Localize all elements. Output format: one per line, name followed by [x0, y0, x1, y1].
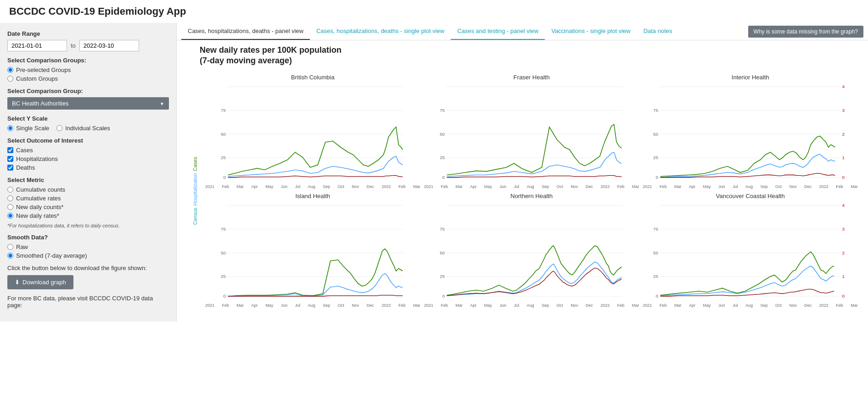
svg-text:50: 50: [221, 250, 226, 255]
hosp-outcome-label: Hospitalizations: [16, 155, 58, 162]
single-scale-option[interactable]: Single Scale: [7, 125, 49, 132]
date-to-input[interactable]: [79, 40, 139, 51]
svg-text:25: 25: [653, 274, 659, 279]
visit-section: For more BC data, please visit BCCDC COV…: [7, 295, 169, 309]
cases-axis-label: Cases: [193, 157, 198, 171]
fraser-x-labels: 2021FebMarAprMayJunJulAugSepOctNovDec202…: [423, 184, 640, 189]
hosp-outcome-option[interactable]: Hospitalizations: [7, 155, 169, 162]
tab-vaccinations[interactable]: Vaccinations - single plot view: [545, 23, 637, 40]
cum-counts-option[interactable]: Cumulative counts: [7, 186, 169, 193]
new-daily-counts-radio[interactable]: [7, 204, 13, 210]
chart-main-title: New daily rates per 100K population (7-d…: [186, 45, 859, 66]
visit-note: For more BC data, please visit BCCDC COV…: [7, 295, 169, 309]
tab-data-notes[interactable]: Data notes: [637, 23, 679, 40]
missing-data-button[interactable]: Why is some data missing from the graph?: [748, 26, 863, 38]
svg-text:4: 4: [842, 84, 845, 89]
svg-text:75: 75: [653, 108, 659, 113]
comparison-group-section: Select Comparison Group: BC Health Autho…: [7, 88, 169, 110]
coastal-chart-title: Vancouver Coastal Health: [642, 193, 859, 199]
svg-text:75: 75: [221, 108, 226, 113]
svg-text:1: 1: [842, 155, 845, 160]
northern-chart-panel: Northern Health 0 25 50 75: [423, 193, 640, 308]
northern-x-labels: 2021FebMarAprMayJunJulAugSepOctNovDec202…: [423, 303, 640, 308]
individual-scales-radio[interactable]: [56, 125, 62, 131]
sidebar: Date Range to Select Comparison Groups: …: [0, 23, 177, 321]
island-chart-title: Island Health: [204, 193, 421, 199]
outcome-section: Select Outcome of Interest Cases Hospita…: [7, 137, 169, 171]
date-range-label: Date Range: [7, 30, 169, 37]
smooth-section: Smooth Data? Raw Smoothed (7-day average…: [7, 234, 169, 259]
download-graph-button[interactable]: ⬇ Download graph: [7, 275, 73, 289]
svg-text:0: 0: [842, 175, 845, 180]
custom-groups-option[interactable]: Custom Groups: [7, 75, 169, 82]
individual-scales-option[interactable]: Individual Scales: [56, 125, 110, 132]
smooth-label: Smooth Data?: [7, 234, 169, 241]
tab-cases-panel[interactable]: Cases, hospitalizations, deaths - panel …: [181, 23, 310, 40]
left-axis-wrapper: Cases Hospitalization Census: [186, 74, 204, 308]
svg-text:25: 25: [221, 155, 226, 160]
smoothed-option[interactable]: Smoothed (7-day average): [7, 252, 169, 259]
northern-chart-title: Northern Health: [423, 193, 640, 199]
metric-section: Select Metric Cumulative counts Cumulati…: [7, 177, 169, 228]
deaths-outcome-option[interactable]: Deaths: [7, 164, 169, 171]
cum-counts-radio[interactable]: [7, 187, 13, 193]
new-daily-rates-label: New daily rates*: [16, 212, 59, 219]
chart-area: New daily rates per 100K population (7-d…: [177, 40, 868, 321]
tab-cases-single[interactable]: Cases, hospitalizations, deaths - single…: [310, 23, 451, 40]
main-layout: Date Range to Select Comparison Groups: …: [0, 23, 868, 321]
y-scale-radio-group: Single Scale Individual Scales: [7, 125, 169, 132]
island-x-labels: 2021FebMarAprMayJunJulAugSepOctNovDec202…: [204, 303, 421, 308]
svg-text:3: 3: [842, 108, 845, 113]
cum-rates-option[interactable]: Cumulative rates: [7, 195, 169, 202]
charts-with-axes: Cases Hospitalization Census British Col…: [186, 74, 859, 308]
cases-outcome-checkbox[interactable]: [7, 147, 13, 153]
single-scale-radio[interactable]: [7, 125, 13, 131]
outcome-label: Select Outcome of Interest: [7, 137, 169, 144]
svg-text:75: 75: [440, 108, 445, 113]
smoothed-radio[interactable]: [7, 253, 13, 259]
interior-x-labels: 2021FebMarAprMayJunJulAugSepOctNovDec202…: [642, 184, 859, 189]
comparison-groups-radio-group: Pre-selected Groups Custom Groups: [7, 66, 169, 82]
preselected-groups-radio[interactable]: [7, 67, 13, 73]
svg-text:0: 0: [656, 175, 659, 180]
hosp-outcome-checkbox[interactable]: [7, 156, 13, 162]
svg-text:25: 25: [653, 155, 659, 160]
bc-chart-panel: British Columbia 0 25 50 7: [204, 74, 421, 189]
fraser-chart-svg: 0 25 50 75: [423, 82, 640, 182]
northern-chart-svg: 0 25 50 75: [423, 200, 640, 301]
raw-label: Raw: [16, 243, 28, 250]
tab-cases-testing[interactable]: Cases and testing - panel view: [451, 23, 545, 40]
date-range-section: Date Range to: [7, 30, 169, 51]
svg-text:25: 25: [440, 274, 445, 279]
chart-title-line1: New daily rates per 100K population: [200, 45, 342, 55]
custom-groups-label: Custom Groups: [16, 75, 58, 82]
chart-title-line2: (7-day moving average): [200, 56, 292, 65]
download-section: Click the button below to download the f…: [7, 265, 169, 289]
new-daily-rates-option[interactable]: New daily rates*: [7, 212, 169, 219]
svg-text:0: 0: [442, 293, 445, 298]
new-daily-counts-option[interactable]: New daily counts*: [7, 204, 169, 210]
custom-groups-radio[interactable]: [7, 76, 13, 82]
island-chart-panel: Island Health 0 25 50 75: [204, 193, 421, 308]
raw-option[interactable]: Raw: [7, 243, 169, 250]
island-chart-svg: 0 25 50 75: [204, 200, 421, 301]
tabs-bar: Cases, hospitalizations, deaths - panel …: [177, 23, 868, 40]
metric-label: Select Metric: [7, 177, 169, 183]
deaths-outcome-label: Deaths: [16, 164, 35, 171]
raw-radio[interactable]: [7, 244, 13, 250]
bc-x-labels: 2021FebMarAprMayJunJulAugSepOctNovDec202…: [204, 184, 421, 189]
svg-text:25: 25: [221, 274, 226, 279]
preselected-groups-option[interactable]: Pre-selected Groups: [7, 66, 169, 73]
download-icon: ⬇: [15, 279, 20, 286]
deaths-outcome-checkbox[interactable]: [7, 165, 13, 171]
cum-rates-radio[interactable]: [7, 195, 13, 201]
preselected-groups-label: Pre-selected Groups: [16, 66, 71, 73]
svg-text:50: 50: [440, 250, 445, 255]
comparison-groups-label: Select Comparison Groups:: [7, 57, 169, 64]
download-btn-label: Download graph: [22, 279, 66, 286]
new-daily-rates-radio[interactable]: [7, 213, 13, 219]
date-from-input[interactable]: [7, 40, 67, 51]
comparison-group-select[interactable]: BC Health Authorities: [7, 97, 169, 110]
svg-text:0: 0: [842, 293, 845, 298]
cases-outcome-option[interactable]: Cases: [7, 147, 169, 154]
